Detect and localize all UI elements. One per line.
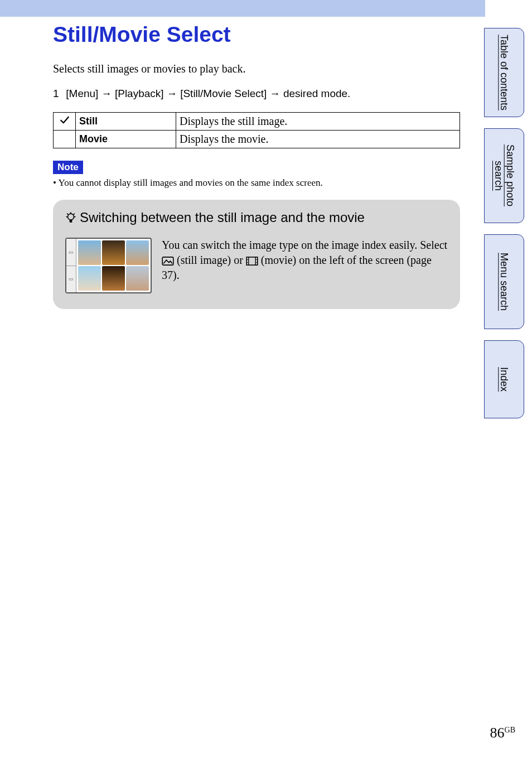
check-icon <box>60 115 70 125</box>
sidebar-tab-sample-photo[interactable]: Sample photo search <box>484 128 524 223</box>
arrow-icon: → <box>167 88 180 99</box>
arrow-icon: → <box>101 88 115 99</box>
thumbnail <box>126 240 149 265</box>
thumbnail <box>78 240 101 265</box>
table-row: Movie Displays the movie. <box>54 131 460 148</box>
tip-text: You can switch the image type on the ima… <box>162 238 448 293</box>
svg-rect-6 <box>70 220 72 223</box>
lightbulb-icon <box>65 212 76 224</box>
mode-label: Still <box>76 113 176 131</box>
sidebar-tab-index[interactable]: Index <box>484 340 524 418</box>
movie-tab-icon: ▭ <box>66 266 76 293</box>
tip-still-label: (still image) or <box>177 254 246 266</box>
sidebar-tab-toc[interactable]: Table of contents <box>484 28 524 117</box>
step-part-0: [Menu] <box>66 88 98 99</box>
tip-title: Switching between the still image and th… <box>65 210 448 225</box>
mode-desc: Displays the movie. <box>176 131 460 148</box>
header-bar <box>0 0 485 17</box>
thumbnail <box>102 266 125 291</box>
sidebar-tab-menu-search[interactable]: Menu search <box>484 234 524 329</box>
svg-point-0 <box>68 214 74 220</box>
page-title: Still/Movie Select <box>53 22 460 47</box>
still-image-icon <box>162 257 174 266</box>
index-screen-illustration: ▭ ▭ <box>65 238 152 293</box>
instruction-step: 1 [Menu] → [Playback] → [Still/Movie Sel… <box>53 88 460 100</box>
arrow-icon: → <box>270 88 283 99</box>
intro-text: Selects still images or movies to play b… <box>53 62 460 75</box>
checkmark-cell <box>54 131 76 148</box>
svg-line-3 <box>74 214 75 215</box>
svg-line-2 <box>67 214 69 215</box>
main-content: Still/Movie Select Selects still images … <box>53 18 460 309</box>
page-number-value: 86 <box>490 725 505 741</box>
step-part-2: [Still/Movie Select] <box>180 88 267 99</box>
checkmark-cell <box>54 113 76 131</box>
thumbnail <box>102 240 125 265</box>
page-number-suffix: GB <box>505 726 515 734</box>
tip-text-before: You can switch the image type on the ima… <box>162 239 447 251</box>
note-item: You cannot display still images and movi… <box>61 177 460 189</box>
step-number: 1 <box>53 88 63 100</box>
note-list: You cannot display still images and movi… <box>53 177 460 189</box>
mode-table: Still Displays the still image. Movie Di… <box>53 112 460 148</box>
tip-title-text: Switching between the still image and th… <box>80 210 365 225</box>
thumbnail <box>78 266 101 291</box>
step-part-1: [Playback] <box>115 88 164 99</box>
tip-panel: Switching between the still image and th… <box>53 200 460 309</box>
page-number: 86GB <box>490 725 515 741</box>
step-part-3: desired mode. <box>283 88 350 99</box>
mode-desc: Displays the still image. <box>176 113 460 131</box>
table-row: Still Displays the still image. <box>54 113 460 131</box>
movie-icon <box>246 257 258 266</box>
note-badge: Note <box>53 161 83 174</box>
thumbnail <box>126 266 149 291</box>
still-tab-icon: ▭ <box>66 239 76 266</box>
mode-label: Movie <box>76 131 176 148</box>
